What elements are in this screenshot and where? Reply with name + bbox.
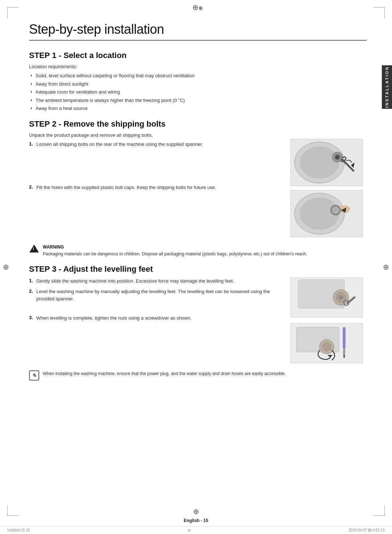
list-item: Adequate room for ventilation and wiring	[29, 89, 367, 96]
step3-num-3: 3.	[29, 315, 36, 320]
step2-illus-1	[291, 139, 363, 186]
step3-section: STEP 3 - Adjust the levelling feet 1. Ge…	[29, 264, 367, 381]
step2-content: 1. Loosen all shipping bolts on the rear…	[29, 141, 367, 237]
step1-heading: STEP 1 - Select a location	[29, 51, 367, 60]
warning-label: WARNING	[43, 245, 367, 250]
warning-icon-wrap	[29, 245, 39, 252]
step3-text-1: Gently slide the washing machine into po…	[36, 278, 283, 285]
svg-point-14	[334, 208, 338, 212]
svg-rect-31	[343, 355, 345, 358]
list-item: Away from a heat source	[29, 105, 367, 112]
step3-text-3: When levelling is complete, tighten the …	[36, 315, 283, 322]
step3-illus-1	[291, 278, 363, 317]
list-item: Solid, level surface without carpeting o…	[29, 72, 367, 79]
step3-item-2: 2. Level the washing machine by manually…	[29, 288, 283, 302]
reg-mark-br	[374, 505, 385, 516]
step2-images-col	[290, 141, 367, 237]
step2-item-1: 1. Loosen all shipping bolts on the rear…	[29, 141, 283, 148]
step2-steps-col: 1. Loosen all shipping bolts on the rear…	[29, 141, 283, 237]
step3-heading: STEP 3 - Adjust the levelling feet	[29, 264, 367, 274]
crosshair-top: ⊕	[192, 3, 200, 10]
step1-bullet-list: Solid, level surface without carpeting o…	[29, 72, 367, 112]
step2-illus-2	[291, 190, 363, 237]
sidebar-installation-tab: INSTALLATION	[382, 65, 392, 109]
step3-num-1: 1.	[29, 278, 36, 283]
step3-image-2	[290, 323, 363, 363]
crosshair-bottom: ⊕	[193, 507, 199, 516]
step3-num-2: 2.	[29, 288, 36, 294]
reg-mark-bl	[7, 505, 18, 516]
step3-images-col	[290, 278, 367, 363]
step1-section: STEP 1 - Select a location Location requ…	[29, 51, 367, 112]
svg-point-28	[322, 342, 331, 351]
footer-text: English - 15	[184, 518, 208, 523]
crosshair-right: ⊕	[383, 263, 389, 271]
svg-point-5	[336, 156, 339, 159]
bottom-strip: Untitled-15 15 ⊕ 2016-04-07 翻 4:52:15	[0, 526, 392, 534]
step2-num-2: 2.	[29, 184, 36, 190]
step2-image-2	[290, 190, 363, 237]
bottom-center-crosshair: ⊕	[188, 528, 191, 532]
step2-num-1: 1.	[29, 141, 36, 147]
step2-item-2: 2. Fill the holes with the supplied plas…	[29, 184, 283, 191]
step2-intro: Unpack the product package and remove al…	[29, 132, 367, 138]
main-content: Step-by-step installation STEP 1 - Selec…	[29, 22, 367, 381]
svg-rect-29	[343, 327, 346, 348]
note-text: When installing the washing machine, ens…	[43, 370, 286, 377]
reg-mark-tr	[374, 7, 385, 18]
step3-item-1: 1. Gently slide the washing machine into…	[29, 278, 283, 285]
step2-text-1: Loosen all shipping bolts on the rear of…	[36, 141, 283, 148]
crosshair-left: ⊕	[3, 263, 9, 271]
warning-text: Packaging materials can be dangerous to …	[43, 251, 367, 257]
step3-note: ✎ When installing the washing machine, e…	[29, 370, 367, 381]
step2-image-1	[290, 139, 363, 186]
note-icon: ✎	[29, 370, 39, 381]
warning-triangle-icon	[29, 245, 39, 252]
svg-rect-30	[343, 348, 345, 356]
step2-text-2: Fill the holes with the supplied plastic…	[36, 184, 283, 191]
step3-item-3: 3. When levelling is complete, tighten t…	[29, 315, 283, 322]
svg-point-2	[300, 146, 339, 178]
step1-intro: Location requirements:	[29, 64, 367, 69]
warning-text-block: WARNING Packaging materials can be dange…	[43, 245, 367, 257]
bottom-right-text: 2016-04-07 翻 4:52:15	[348, 528, 385, 533]
step3-image-1	[290, 278, 363, 317]
list-item: Away from direct sunlight	[29, 81, 367, 88]
step3-content: 1. Gently slide the washing machine into…	[29, 278, 367, 363]
step3-text-2: Level the washing machine by manually ad…	[36, 288, 283, 302]
sidebar-tab-label: INSTALLATION	[385, 66, 389, 108]
step2-heading: STEP 2 - Remove the shipping bolts	[29, 119, 367, 129]
list-item: The ambient temperature is always higher…	[29, 97, 367, 104]
page-title: Step-by-step installation	[29, 22, 367, 41]
step3-steps-col: 1. Gently slide the washing machine into…	[29, 278, 283, 363]
step2-warning: WARNING Packaging materials can be dange…	[29, 245, 367, 257]
step3-illus-2	[291, 324, 363, 363]
bottom-left-text: Untitled-15 15	[7, 528, 30, 532]
page: ⊕ ⊕ ⊕ ⊕ INSTALLATION Step-by-step instal…	[0, 0, 392, 534]
page-footer: English - 15	[0, 518, 392, 523]
reg-mark-tl	[7, 7, 18, 18]
step2-section: STEP 2 - Remove the shipping bolts Unpac…	[29, 119, 367, 257]
